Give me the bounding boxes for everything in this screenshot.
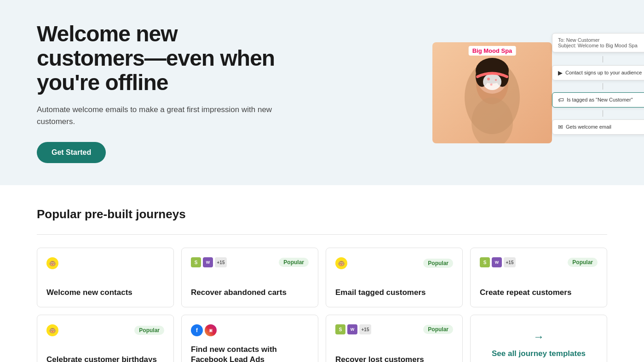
hero-title: Welcome new customers—even when you're o… (37, 22, 276, 95)
woo-icon: W (492, 257, 502, 267)
card-title: Welcome new contacts (46, 288, 164, 298)
plus15-icon: +15 (359, 324, 371, 334)
svg-point-6 (483, 74, 501, 90)
email-subject: Subject: Welcome to Big Mood Spa (558, 43, 644, 48)
card-title: Find new contacts with Facebook Lead Ads (191, 345, 309, 362)
card-icons: S W +15 (335, 324, 371, 334)
journey-card-create-repeat-customers[interactable]: S W +15 Popular Create repeat customers (470, 248, 607, 307)
section-title: Popular pre-built journeys (37, 207, 607, 221)
person-svg (451, 51, 534, 143)
svg-point-8 (495, 79, 497, 81)
hero-section: Welcome new customers—even when you're o… (0, 0, 644, 185)
chimp-icon: 🐵 (46, 257, 58, 269)
journey-card-recover-lost-customers[interactable]: S W +15 Popular Recover lost customers (326, 315, 463, 362)
shopify-icon: S (335, 324, 345, 334)
step1-icon: ▶ (558, 69, 563, 76)
card-top: 🐵 Popular (335, 257, 453, 269)
svg-point-7 (487, 78, 490, 80)
email-to: To: New Customer (558, 37, 644, 43)
journey-card-welcome-new-contacts[interactable]: 🐵 Welcome new contacts (37, 248, 174, 307)
card-title: Email tagged customers (335, 288, 453, 298)
chimp-icon: 🐵 (46, 324, 58, 336)
hero-subtitle: Automate welcome emails to make a great … (37, 104, 276, 127)
divider (37, 234, 607, 235)
card-icons: f ▣ (191, 324, 217, 336)
step2-icon: 🏷 (558, 96, 564, 103)
brand-label: Big Mood Spa (469, 46, 516, 56)
step2-label: Is tagged as "New Customer" (567, 97, 633, 102)
card-top: S W +15 Popular (480, 257, 598, 267)
chimp-icon: 🐵 (335, 257, 347, 269)
card-icons: 🐵 (46, 324, 58, 336)
journey-grid: 🐵 Welcome new contacts S W +15 Popular R… (37, 248, 607, 362)
illustration-card: Big Mood Spa (432, 42, 552, 143)
plus15-icon: +15 (504, 257, 516, 267)
card-icons: S W +15 (480, 257, 516, 267)
journey-card-facebook-lead-ads[interactable]: f ▣ Find new contacts with Facebook Lead… (181, 315, 318, 362)
workflow-step-2: 🏷 Is tagged as "New Customer" (552, 92, 644, 107)
card-title: Create repeat customers (480, 288, 598, 298)
plus15-icon: +15 (215, 257, 227, 267)
see-all-link[interactable]: See all journey templates (492, 349, 586, 359)
hero-illustration: Big Mood Spa To: New Customer Subject: W… (432, 42, 607, 143)
card-title: Celebrate customer birthdays (46, 355, 164, 362)
woo-icon: W (347, 324, 357, 334)
step3-icon: ✉ (558, 124, 563, 130)
facebook-icon: f (191, 324, 203, 336)
card-top: S W +15 Popular (335, 324, 453, 334)
connector-3 (603, 110, 603, 117)
get-started-button[interactable]: Get Started (37, 142, 106, 163)
journey-card-celebrate-birthdays[interactable]: 🐵 Popular Celebrate customer birthdays (37, 315, 174, 362)
card-icons: 🐵 (335, 257, 347, 269)
shopify-icon: S (480, 257, 490, 267)
connector-1 (603, 56, 603, 62)
email-header: To: New Customer Subject: Welcome to Big… (552, 33, 644, 52)
popular-badge: Popular (423, 325, 453, 334)
instagram-icon: ▣ (205, 324, 217, 336)
workflow-overlay: To: New Customer Subject: Welcome to Big… (552, 33, 644, 137)
popular-badge: Popular (568, 258, 598, 267)
card-title: Recover abandoned carts (191, 288, 309, 298)
see-all-templates-card[interactable]: → See all journey templates (470, 315, 607, 362)
step1-label: Contact signs up to your audience (565, 70, 642, 75)
popular-badge: Popular (423, 259, 453, 268)
card-title: Recover lost customers (335, 355, 453, 362)
main-content: Popular pre-built journeys 🐵 Welcome new… (0, 185, 644, 362)
journey-card-email-tagged-customers[interactable]: 🐵 Popular Email tagged customers (326, 248, 463, 307)
card-top: 🐵 Popular (46, 324, 164, 336)
card-top: 🐵 (46, 257, 164, 269)
arrow-icon: → (533, 330, 544, 343)
journey-card-recover-abandoned-carts[interactable]: S W +15 Popular Recover abandoned carts (181, 248, 318, 307)
connector-2 (603, 83, 603, 90)
card-top: S W +15 Popular (191, 257, 309, 267)
card-top: f ▣ (191, 324, 309, 336)
card-icons: 🐵 (46, 257, 58, 269)
shopify-icon: S (191, 257, 201, 267)
popular-badge: Popular (279, 258, 309, 267)
workflow-step-1: ▶ Contact signs up to your audience (552, 65, 644, 80)
hero-text-block: Welcome new customers—even when you're o… (37, 22, 276, 163)
popular-badge: Popular (134, 326, 164, 335)
workflow-step-3: ✉ Gets welcome email (552, 119, 644, 135)
card-icons: S W +15 (191, 257, 227, 267)
woo-icon: W (203, 257, 213, 267)
step3-label: Gets welcome email (566, 124, 611, 130)
svg-point-9 (490, 83, 493, 85)
